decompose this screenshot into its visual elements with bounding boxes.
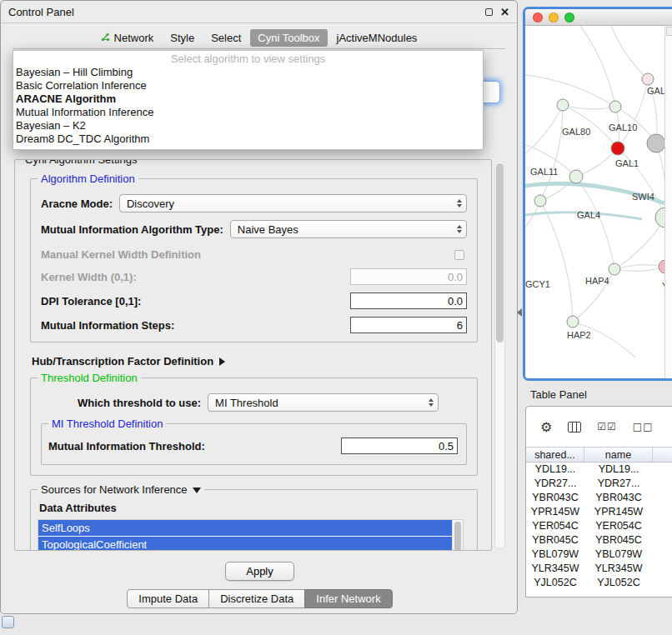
algorithm-option-bayesian-k2[interactable]: Bayesian – K2 [13,119,483,132]
table-cell: YPR145W [584,505,653,519]
network-node[interactable] [611,142,624,155]
tab-network[interactable]: Network [93,29,162,47]
which-threshold-select[interactable]: MI Threshold [208,393,439,412]
table-cell: YDL19... [584,462,653,477]
algorithm-option-aracne-algorithm[interactable]: ARACNE Algorithm [13,92,483,106]
table-row[interactable]: YLR345WYLR345W9. [526,562,672,576]
mi-type-row: Mutual Information Algorithm Type: Naive… [41,220,467,238]
network-edge [540,201,573,322]
dpi-tolerance-input[interactable] [350,292,467,309]
mi-threshold-group-title: MI Threshold Definition [48,418,166,430]
algorithm-definition-group: Algorithm Definition Aracne Mode: Discov… [30,178,478,342]
mi-threshold-row: Mutual Information Threshold: [48,438,459,454]
tab-select[interactable]: Select [203,29,248,47]
panel-collapse-handle[interactable] [517,308,522,317]
network-window-titlebar[interactable] [525,9,672,26]
control-panel-titlebar: Control Panel ✕ [1,1,517,23]
scrollbar-thumb[interactable] [454,522,461,551]
attribute-list-scrollbar[interactable] [452,520,463,551]
bottom-tab-infer-network[interactable]: Infer Network [304,589,392,608]
node-label: GAL4 [577,210,600,220]
network-edge [656,143,664,218]
tab-label: Style [170,32,194,44]
network-node[interactable] [642,73,654,85]
table-row[interactable]: YPR145WYPR145W9. [526,505,672,519]
network-node[interactable] [557,99,569,111]
network-node[interactable] [569,170,583,183]
apply-button[interactable]: Apply [225,562,294,581]
attribute-item-selfloops[interactable]: SelfLoops [38,520,452,536]
network-node[interactable] [567,316,579,328]
zoom-window-button[interactable] [564,12,574,22]
network-edge [576,177,614,269]
network-canvas[interactable]: GALGAL80GAL10GAL11GAL1SWI4GAL4GCY1HAP4HA… [525,26,672,378]
aracne-mode-select[interactable]: Discovery [119,194,467,212]
table-panel-window: ⚙ ☑☑ □□ shared...name YDL19...YDL19...13… [525,406,672,598]
column-header-name[interactable]: name [584,448,653,462]
algorithm-option-mutual-information-inference[interactable]: Mutual Information Inference [13,106,483,119]
mi-steps-label: Mutual Information Steps: [41,319,174,332]
settings-scrollbar[interactable] [494,161,505,549]
minimized-panel-icon[interactable] [2,616,14,628]
sources-group: Sources for Network Inference Data Attri… [30,489,478,551]
tab-label: Network [114,32,154,44]
close-window-button[interactable] [533,12,543,22]
attribute-item-topologicalcoefficient[interactable]: TopologicalCoefficient [38,537,452,551]
hub-section-toggle[interactable]: Hub/Transcription Factor Definition [32,355,481,368]
close-panel-icon[interactable]: ✕ [500,7,509,18]
gear-icon[interactable]: ⚙ [540,419,552,435]
network-node[interactable] [659,260,664,273]
aracne-mode-label: Aracne Mode: [41,198,113,210]
mi-type-select[interactable]: Naive Bayes [230,220,467,238]
float-panel-icon[interactable] [485,8,493,16]
table-row[interactable]: YDL19...YDL19...13 [526,462,672,477]
columns-icon[interactable] [568,422,581,432]
select-all-icon[interactable]: ☑☑ [597,421,617,432]
sources-toggle[interactable]: Sources for Network Inference [38,483,204,496]
bottom-tab-bar: Impute DataDiscretize DataInfer Network [1,589,519,608]
screen: Control Panel ✕ NetworkStyleSelectCyni T… [0,0,672,635]
node-label: GAL11 [530,167,558,177]
algorithm-option-bayesian-hill-climbing[interactable]: Bayesian – Hill Climbing [13,66,483,79]
network-scrollbar[interactable] [664,26,672,378]
scrollbar-button[interactable] [666,27,672,36]
expand-right-arrow-icon [219,358,225,366]
table-row[interactable]: YJL052CYJL052C [526,576,672,590]
data-attributes-label: Data Attributes [39,502,470,514]
cyni-group-title: Cyni Algorithm Settings [22,159,140,166]
algorithm-definition-title: Algorithm Definition [38,172,138,185]
mi-type-label: Mutual Information Algorithm Type: [41,223,223,236]
table-row[interactable]: YDR27...YDR27...12 [526,477,672,491]
algorithm-option-basic-correlation-inference[interactable]: Basic Correlation Inference [13,79,483,92]
column-header-shared[interactable]: shared... [526,448,584,462]
table-row[interactable]: YER054CYER054C8. [526,519,672,533]
kernel-width-row: Kernel Width (0,1): [41,268,467,285]
tab-style[interactable]: Style [163,29,202,47]
bottom-tab-impute-data[interactable]: Impute Data [127,589,209,608]
node-label: HAP4 [585,276,609,286]
network-node[interactable] [534,195,546,207]
network-node[interactable] [655,208,664,228]
table-row[interactable]: YBR043CYBR043C [526,491,672,505]
network-node[interactable] [647,134,664,152]
tab-jactivemnodules[interactable]: jActiveMNodules [329,29,425,47]
kernel-width-input [350,268,467,285]
minimize-window-button[interactable] [549,12,559,22]
network-edge [609,26,648,79]
mi-steps-input[interactable] [350,317,467,333]
deselect-all-icon[interactable]: □□ [633,421,654,432]
algorithm-option-dream8-dc-tdc-algorithm[interactable]: Dream8 DC_TDC Algorithm [13,132,483,146]
mi-threshold-input[interactable] [341,438,458,454]
scrollbar-thumb[interactable] [496,163,504,342]
node-label: GAL [647,86,664,96]
bottom-tab-discretize-data[interactable]: Discretize Data [208,589,305,608]
table-cell: YLR345W [526,562,584,576]
column-header-2[interactable] [653,448,672,462]
table-row[interactable]: YBL079WYBL079W [526,548,672,562]
tab-cyni-toolbox[interactable]: Cyni Toolbox [250,29,327,47]
table-cell: YJL052C [526,576,584,590]
threshold-definition-group: Threshold Definition Which threshold to … [30,378,478,476]
table-row[interactable]: YBR045CYBR045C9. [526,533,672,548]
network-node[interactable] [609,263,620,275]
network-node[interactable] [609,101,621,112]
